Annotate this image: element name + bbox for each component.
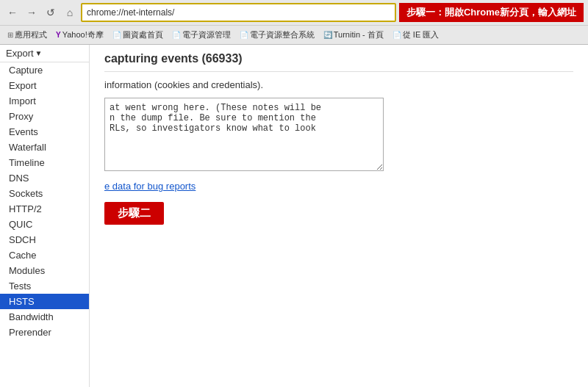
- apps-icon: ⊞: [7, 31, 13, 39]
- ie-icon: 📄: [392, 31, 401, 39]
- sidebar-item-sdch[interactable]: SDCH: [0, 232, 89, 247]
- bookmark-lib[interactable]: 📄 圖資處首頁: [110, 29, 166, 41]
- sidebar-header[interactable]: Export ▼: [0, 45, 89, 62]
- bookmark-apps[interactable]: ⊞ 應用程式: [4, 29, 50, 41]
- turnitin-icon: 🔄: [323, 31, 332, 39]
- main-content: capturing events (66933) information (co…: [90, 45, 588, 387]
- sidebar-item-tests[interactable]: Tests: [0, 278, 89, 294]
- info-text: information (cookies and credentials).: [104, 79, 573, 90]
- page-title: capturing events (66933): [104, 52, 573, 72]
- sidebar: Export ▼ Capture Export Import Proxy Eve…: [0, 45, 90, 387]
- home-button[interactable]: ⌂: [62, 4, 78, 21]
- sidebar-item-hsts[interactable]: HSTS: [0, 294, 89, 309]
- erms-icon: 📄: [172, 31, 181, 39]
- sidebar-dropdown-icon: ▼: [35, 49, 43, 57]
- sidebar-item-prerender[interactable]: Prerender: [0, 325, 89, 340]
- notes-textarea[interactable]: at went wrong here. (These notes will be…: [104, 98, 384, 171]
- step-one-banner: 步驟一：開啟Chrome新分頁，輸入網址: [399, 3, 584, 22]
- sidebar-item-modules[interactable]: Modules: [0, 263, 89, 278]
- sidebar-item-sockets[interactable]: Sockets: [0, 186, 89, 201]
- sidebar-item-quic[interactable]: QUIC: [0, 217, 89, 232]
- bookmark-erms2[interactable]: 📄 電子資源整合系統: [237, 29, 318, 41]
- sidebar-export-label: Export: [6, 48, 34, 59]
- bookmark-yahoo[interactable]: Y Yahoo!奇摩: [53, 29, 107, 41]
- sidebar-item-timeline[interactable]: Timeline: [0, 155, 89, 170]
- yahoo-icon: Y: [56, 31, 61, 39]
- sidebar-item-bandwidth[interactable]: Bandwidth: [0, 309, 89, 325]
- sidebar-item-capture[interactable]: Capture: [0, 62, 89, 78]
- bookmark-turnitin[interactable]: 🔄 Turnitin - 首頁: [320, 29, 387, 41]
- address-bar-wrap: [81, 3, 396, 22]
- step-two-button[interactable]: 步驟二: [104, 202, 164, 225]
- bookmarks-bar: ⊞ 應用程式 Y Yahoo!奇摩 📄 圖資處首頁 📄 電子資源管理 📄 電子資…: [0, 25, 588, 44]
- bookmark-ie[interactable]: 📄 從 IE 匯入: [390, 29, 442, 41]
- sidebar-item-export[interactable]: Export: [0, 78, 89, 93]
- bug-report-link[interactable]: e data for bug reports: [104, 181, 573, 192]
- sidebar-item-events[interactable]: Events: [0, 124, 89, 140]
- sidebar-item-http2[interactable]: HTTP/2: [0, 201, 89, 217]
- forward-button[interactable]: →: [24, 4, 40, 21]
- address-input[interactable]: [87, 7, 390, 18]
- bookmark-erms[interactable]: 📄 電子資源管理: [169, 29, 234, 41]
- lib-icon: 📄: [112, 31, 121, 39]
- reload-button[interactable]: ↺: [43, 4, 59, 21]
- sidebar-item-import[interactable]: Import: [0, 93, 89, 109]
- sidebar-item-waterfall[interactable]: Waterfall: [0, 140, 89, 155]
- sidebar-item-dns[interactable]: DNS: [0, 170, 89, 186]
- back-button[interactable]: ←: [4, 4, 21, 21]
- page-content: Export ▼ Capture Export Import Proxy Eve…: [0, 45, 588, 387]
- nav-bar: ← → ↺ ⌂ 步驟一：開啟Chrome新分頁，輸入網址: [0, 0, 588, 25]
- erms2-icon: 📄: [240, 31, 248, 39]
- sidebar-item-proxy[interactable]: Proxy: [0, 109, 89, 124]
- sidebar-item-cache[interactable]: Cache: [0, 247, 89, 263]
